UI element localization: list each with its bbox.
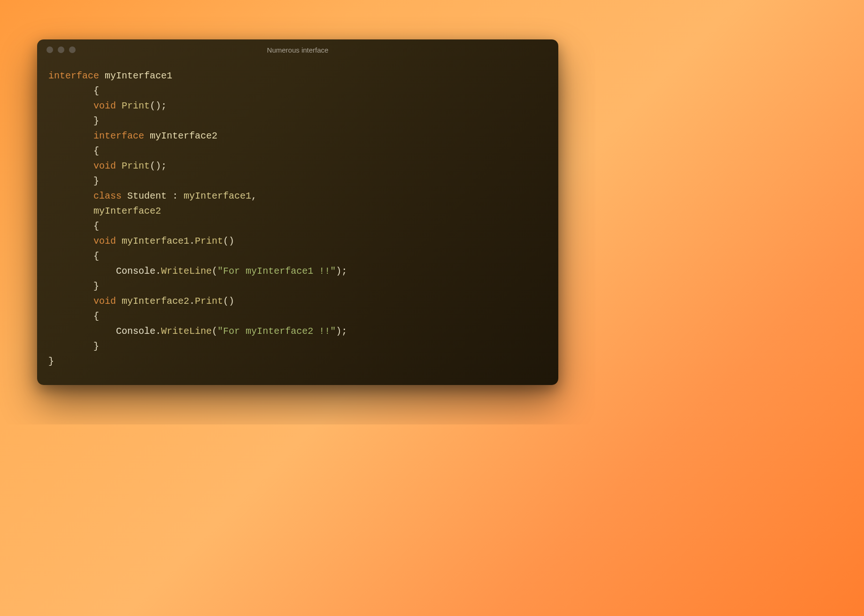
- keyword-void: void: [48, 296, 122, 307]
- paren-open: (: [212, 266, 217, 277]
- brace-close: }: [48, 281, 99, 292]
- keyword-interface: interface: [48, 131, 150, 141]
- brace-close: }: [48, 356, 54, 367]
- keyword-void: void: [48, 161, 122, 171]
- comma: ,: [251, 191, 257, 201]
- parens: (): [223, 236, 234, 246]
- dot: .: [155, 326, 161, 337]
- dot: .: [189, 296, 195, 307]
- titlebar: Numerous interface: [37, 39, 558, 60]
- brace-close: }: [48, 341, 99, 352]
- brace-open: {: [48, 85, 99, 96]
- method-name: Print: [122, 161, 150, 171]
- brace-open: {: [48, 221, 99, 231]
- impl-type: myInterface2: [48, 206, 161, 216]
- indent: [48, 266, 116, 277]
- parens: (): [223, 296, 234, 307]
- keyword-void: void: [48, 100, 122, 111]
- method-name: Print: [195, 236, 223, 246]
- console-ident: Console: [116, 266, 155, 277]
- indent: [48, 326, 116, 337]
- colon: :: [167, 191, 184, 201]
- keyword-class: class: [48, 191, 127, 201]
- punct: ();: [150, 100, 167, 111]
- scope-name: myInterface2: [122, 296, 189, 307]
- writeline-method: WriteLine: [161, 266, 212, 277]
- punct: ();: [150, 161, 167, 171]
- paren-close: );: [336, 266, 347, 277]
- close-icon[interactable]: [46, 46, 53, 53]
- brace-open: {: [48, 311, 99, 322]
- traffic-lights: [46, 46, 76, 53]
- brace-open: {: [48, 251, 99, 262]
- impl-type: myInterface1: [184, 191, 251, 201]
- dot: .: [189, 236, 195, 246]
- method-name: Print: [195, 296, 223, 307]
- brace-open: {: [48, 146, 99, 156]
- scope-name: myInterface1: [122, 236, 189, 246]
- type-name: myInterface1: [105, 70, 172, 81]
- paren-open: (: [212, 326, 217, 337]
- brace-close: }: [48, 116, 99, 126]
- minimize-icon[interactable]: [58, 46, 64, 53]
- string-literal: "For myInterface2 !!": [217, 326, 336, 337]
- class-name: Student: [127, 191, 167, 201]
- code-window: Numerous interface interface myInterface…: [37, 39, 558, 385]
- dot: .: [155, 266, 161, 277]
- string-literal: "For myInterface1 !!": [217, 266, 336, 277]
- type-name: myInterface2: [150, 131, 217, 141]
- keyword-void: void: [48, 236, 122, 246]
- console-ident: Console: [116, 326, 155, 337]
- method-name: Print: [122, 100, 150, 111]
- window-title: Numerous interface: [37, 46, 558, 54]
- paren-close: );: [336, 326, 347, 337]
- writeline-method: WriteLine: [161, 326, 212, 337]
- maximize-icon[interactable]: [69, 46, 76, 53]
- keyword-interface: interface: [48, 70, 105, 81]
- brace-close: }: [48, 176, 99, 186]
- code-block: interface myInterface1 { void Print(); }…: [37, 60, 558, 385]
